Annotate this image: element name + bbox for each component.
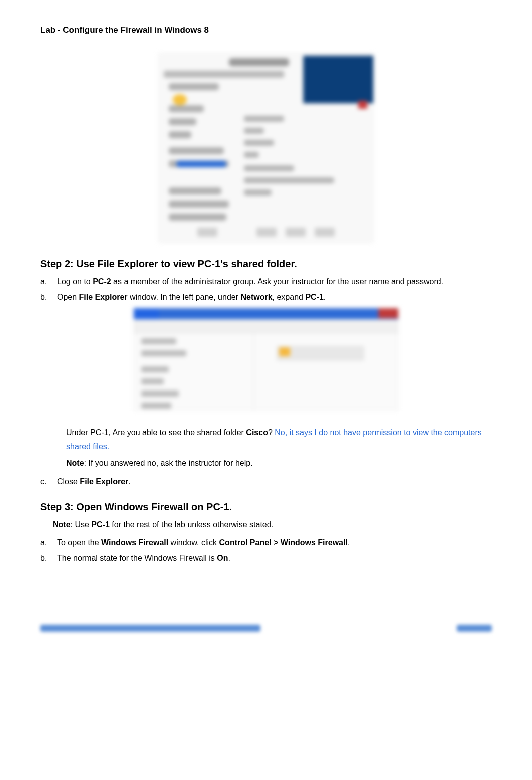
bold-text: PC-2 xyxy=(93,277,111,286)
text: Close xyxy=(57,477,80,486)
text: as a member of the administrator group. … xyxy=(111,277,443,286)
question-text: Under PC-1, Are you able to see the shar… xyxy=(66,428,246,437)
text: . xyxy=(324,293,326,301)
text: window, click xyxy=(168,538,219,547)
list-letter: c. xyxy=(40,476,47,487)
step2-question-block: Under PC-1, Are you able to see the shar… xyxy=(66,426,492,453)
text: , expand xyxy=(273,293,306,301)
step2-item-c: c. Close File Explorer. xyxy=(40,476,492,487)
bold-text: PC-1 xyxy=(305,293,323,301)
text: : Use xyxy=(71,520,92,529)
text: . xyxy=(348,538,350,547)
step2-item-b: b. Open File Explorer window. In the lef… xyxy=(40,291,492,303)
bold-text: Network xyxy=(240,293,272,301)
list-body: Open File Explorer window. In the left p… xyxy=(57,291,492,303)
note-text: : If you answered no, ask the instructor… xyxy=(84,459,253,467)
bold-text: File Explorer xyxy=(80,477,128,486)
note-label: Note xyxy=(53,520,71,529)
step-2-heading: Step 2: Use File Explorer to view PC-1's… xyxy=(40,258,492,270)
text: for the rest of the lab unless otherwise… xyxy=(110,520,274,529)
step2-note: Note: If you answered no, ask the instru… xyxy=(66,456,492,470)
document-header: Lab - Configure the Firewall in Windows … xyxy=(40,25,492,35)
bold-text: Windows Firewall xyxy=(101,538,168,547)
text: Log on to xyxy=(57,277,93,286)
step-3-heading: Step 3: Open Windows Firewall on PC-1. xyxy=(40,501,492,513)
page-footer xyxy=(40,625,492,632)
figure-1-blurred-screenshot xyxy=(158,53,374,243)
list-body: The normal state for the Windows Firewal… xyxy=(57,552,492,564)
figure-2-blurred-screenshot xyxy=(133,308,399,411)
text: . xyxy=(128,477,130,486)
bold-text: PC-1 xyxy=(91,520,109,529)
list-body: Log on to PC-2 as a member of the admini… xyxy=(57,276,492,287)
footer-right-blurred xyxy=(457,625,492,632)
step3-note: Note: Use PC-1 for the rest of the lab u… xyxy=(53,519,492,531)
list-letter: b. xyxy=(40,552,47,564)
bold-text: Control Panel > Windows Firewall xyxy=(219,538,348,547)
bold-text: Cisco xyxy=(246,428,268,437)
footer-left-blurred xyxy=(40,625,260,632)
step3-item-a: a. To open the Windows Firewall window, … xyxy=(40,537,492,548)
text: . xyxy=(228,554,230,562)
list-body: To open the Windows Firewall window, cli… xyxy=(57,537,492,548)
note-label: Note xyxy=(66,459,84,467)
list-letter: a. xyxy=(40,276,47,287)
bold-text: On xyxy=(217,554,228,562)
text: ? xyxy=(268,428,275,437)
list-letter: a. xyxy=(40,537,47,548)
figure-2-container xyxy=(40,308,492,411)
text: To open the xyxy=(57,538,101,547)
list-body: Close File Explorer. xyxy=(57,476,492,487)
step2-item-a: a. Log on to PC-2 as a member of the adm… xyxy=(40,276,492,287)
list-letter: b. xyxy=(40,291,47,303)
bold-text: File Explorer xyxy=(79,293,128,301)
text: window. In the left pane, under xyxy=(128,293,241,301)
step3-item-b: b. The normal state for the Windows Fire… xyxy=(40,552,492,564)
figure-1-container xyxy=(40,53,492,243)
text: Open xyxy=(57,293,79,301)
text: The normal state for the Windows Firewal… xyxy=(57,554,217,562)
